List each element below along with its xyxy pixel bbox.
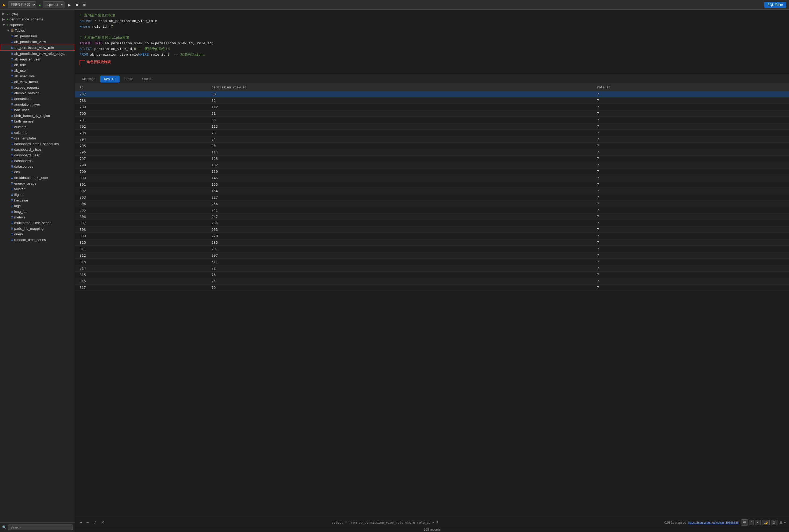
table-row[interactable]: 8032277 — [75, 194, 789, 201]
sidebar-item-energy-usage[interactable]: ⊞ energy_usage — [0, 180, 75, 186]
table-cell: 807 — [75, 220, 207, 227]
table-row[interactable]: 8062477 — [75, 214, 789, 220]
code-editor[interactable]: # 查询某个角色的权限 select * from ab_permission_… — [75, 10, 789, 74]
table-row[interactable]: 8021647 — [75, 188, 789, 194]
sidebar-item-query[interactable]: ⊞ query — [0, 231, 75, 237]
table-row[interactable]: 793787 — [75, 130, 789, 136]
sidebar-item-ab-permission-view-role-copy1[interactable]: ⊞ ab_permission_view_role_copy1 — [0, 51, 75, 56]
sidebar-item-bart-lines[interactable]: ⊞ bart_lines — [0, 107, 75, 113]
gear-icon-btn[interactable]: ⚙ — [771, 520, 777, 525]
moon-icon-btn[interactable]: 🌙 — [762, 520, 770, 525]
cancel-btn[interactable]: ✕ — [100, 520, 106, 525]
sidebar-item-druiddatasource-user[interactable]: ⊞ druiddatasource_user — [0, 175, 75, 180]
table-row[interactable]: 791537 — [75, 117, 789, 123]
table-row[interactable]: 7991397 — [75, 169, 789, 175]
sidebar-item-flights[interactable]: ⊞ flights — [0, 192, 75, 197]
sidebar-item-ab-permission-view[interactable]: ⊞ ab_permission_view — [0, 39, 75, 44]
results-table-wrap[interactable]: id permission_view_id role_id 7875077885… — [75, 84, 789, 518]
sidebar-item-ab-user-role[interactable]: ⊞ ab_user_role — [0, 73, 75, 79]
sidebar-item-ab-permission[interactable]: ⊞ ab_permission — [0, 33, 75, 39]
table-row[interactable]: 8072547 — [75, 220, 789, 227]
sidebar-item-long-lat[interactable]: ⊞ long_lat — [0, 209, 75, 214]
sidebar-item-ab-permission-view-role[interactable]: ⊞ ab_permission_view_role — [0, 44, 75, 51]
table-row[interactable]: 7961147 — [75, 149, 789, 156]
sidebar-item-dashboard-slices[interactable]: ⊞ dashboard_slices — [0, 147, 75, 152]
sidebar-item-clusters[interactable]: ⊞ clusters — [0, 124, 75, 130]
degree-icon-btn[interactable]: ° — [749, 520, 754, 525]
sidebar-item-metrics[interactable]: ⊞ metrics — [0, 214, 75, 220]
sidebar-item-dashboard-user[interactable]: ⊞ dashboard_user — [0, 152, 75, 158]
sidebar-item-css-templates[interactable]: ⊞ css_templates — [0, 135, 75, 141]
table-row[interactable]: 8092707 — [75, 233, 789, 240]
sidebar-item-access-request[interactable]: ⊞ access_request — [0, 84, 75, 90]
table-row[interactable]: 8102857 — [75, 240, 789, 246]
list-view-icon[interactable]: ≡ — [784, 520, 786, 525]
sidebar-item-random-time-series[interactable]: ⊞ random_time_series — [0, 237, 75, 243]
sidebar-item-favstar[interactable]: ⊞ favstar — [0, 186, 75, 192]
tab-profile[interactable]: Profile — [121, 76, 137, 82]
sidebar-item-annotation[interactable]: ⊞ annotation — [0, 96, 75, 101]
table-row[interactable]: 795907 — [75, 143, 789, 149]
table-row[interactable]: 7971257 — [75, 156, 789, 162]
sidebar-item-ab-view-menu[interactable]: ⊞ ab_view_menu — [0, 79, 75, 84]
sidebar-item-dbs[interactable]: ⊞ dbs — [0, 169, 75, 175]
table-row[interactable]: 816747 — [75, 278, 789, 285]
sidebar-item-datasources[interactable]: ⊞ datasources — [0, 164, 75, 169]
table-row[interactable]: 794847 — [75, 136, 789, 143]
table-row[interactable]: 817797 — [75, 285, 789, 291]
table-row[interactable]: 7981327 — [75, 162, 789, 169]
table-row[interactable]: 7891127 — [75, 104, 789, 110]
table-row[interactable]: 8001467 — [75, 175, 789, 182]
table-row[interactable]: 8112917 — [75, 246, 789, 252]
table-row[interactable]: 8011557 — [75, 182, 789, 188]
table-row[interactable]: 8133117 — [75, 259, 789, 265]
table-icon: ⊞ — [11, 165, 13, 168]
tab-message[interactable]: Message — [78, 76, 99, 82]
sidebar-item-keyvalue[interactable]: ⊞ keyvalue — [0, 197, 75, 203]
sidebar-item-multiformat-time-series[interactable]: ⊞ multiformat_time_series — [0, 220, 75, 226]
sidebar-item-ab-role[interactable]: ⊞ ab_role — [0, 62, 75, 68]
table-row[interactable]: 815737 — [75, 272, 789, 278]
table-row[interactable]: 8042347 — [75, 201, 789, 207]
sidebar-item-superset[interactable]: ▼ ≡ superset — [0, 22, 75, 28]
table-cell: 7 — [593, 156, 789, 162]
zh-icon-btn[interactable]: 中 — [741, 519, 748, 526]
sidebar-item-paris-iris-mapping[interactable]: ⊞ paris_iris_mapping — [0, 226, 75, 231]
remove-row-btn[interactable]: − — [85, 520, 90, 525]
multi-tab-btn[interactable]: ⊞ — [82, 2, 88, 7]
sidebar-item-dashboards[interactable]: ⊞ dashboards — [0, 158, 75, 164]
bracket-icon-btn[interactable]: ∘ — [755, 520, 761, 525]
sidebar-item-columns[interactable]: ⊞ columns — [0, 130, 75, 135]
sidebar-item-birth-names[interactable]: ⊞ birth_names — [0, 118, 75, 124]
db-select[interactable]: superset — [43, 1, 64, 8]
sidebar-item-ab-user[interactable]: ⊞ ab_user — [0, 68, 75, 73]
table-row[interactable]: 787507 — [75, 91, 789, 97]
table-row[interactable]: 788527 — [75, 97, 789, 104]
confirm-btn[interactable]: ✓ — [92, 520, 98, 525]
sidebar-item-tables-schema[interactable]: ▼ ⊞ Tables — [0, 28, 75, 33]
sidebar-item-birth-france-by-region[interactable]: ⊞ birth_france_by_region — [0, 113, 75, 118]
tab-status[interactable]: Status — [138, 76, 155, 82]
run-btn[interactable]: ▶ — [67, 2, 72, 7]
stop-btn[interactable]: ■ — [74, 2, 79, 7]
sidebar-item-alembic-version[interactable]: ⊞ alembic_version — [0, 90, 75, 96]
sidebar-item-ab-register-user[interactable]: ⊞ ab_register_user — [0, 56, 75, 62]
csdn-link[interactable]: https://blog.csdn.net/weixin_39358685 — [688, 521, 738, 524]
add-row-btn[interactable]: + — [78, 520, 83, 525]
table-row[interactable]: 814727 — [75, 265, 789, 272]
sql-editor-button[interactable]: SQL Editor — [764, 2, 786, 8]
table-row[interactable]: 8082637 — [75, 227, 789, 233]
table-row[interactable]: 8122977 — [75, 252, 789, 259]
search-input[interactable] — [8, 525, 73, 530]
table-row[interactable]: 8052417 — [75, 207, 789, 214]
table-row[interactable]: 7921137 — [75, 123, 789, 130]
sidebar-item-performance-schema[interactable]: ▶ ≡ performance_schema — [0, 16, 75, 22]
server-select[interactable]: 阿里云服务器 — [8, 1, 36, 8]
sidebar-item-annotation-layer[interactable]: ⊞ annotation_layer — [0, 101, 75, 107]
table-row[interactable]: 790517 — [75, 110, 789, 117]
sidebar-item-dashboard-email-schedules[interactable]: ⊞ dashboard_email_schedules — [0, 141, 75, 147]
sidebar-item-logs[interactable]: ⊞ logs — [0, 203, 75, 209]
sidebar-item-mysql[interactable]: ▶ ≡ mysql — [0, 11, 75, 16]
tab-result1[interactable]: Result 1 — [100, 76, 119, 82]
grid-view-icon[interactable]: ⊞ — [779, 520, 783, 525]
